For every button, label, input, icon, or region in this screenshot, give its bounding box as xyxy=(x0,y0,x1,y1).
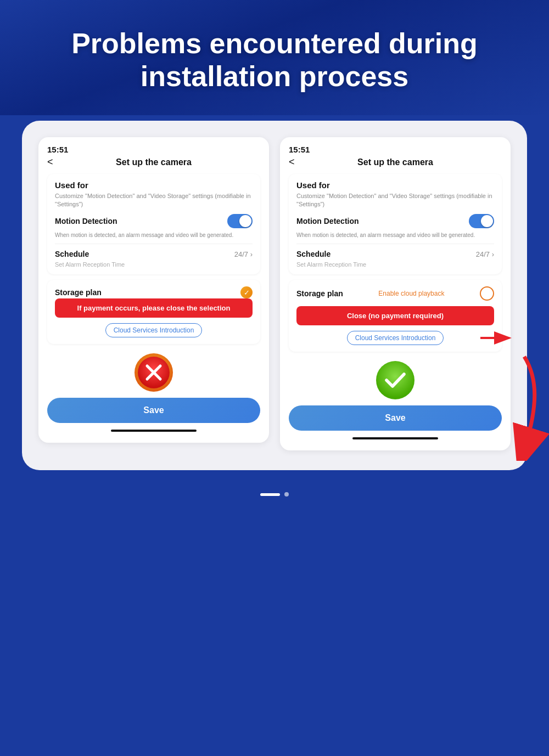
right-circle-button[interactable] xyxy=(480,286,494,301)
right-storage-cloud-row: Storage plan Enable cloud playback xyxy=(296,286,494,301)
left-payment-banner: If payment occurs, please close the sele… xyxy=(55,298,253,318)
left-schedule-row[interactable]: Schedule 24/7 › xyxy=(55,244,253,259)
right-motion-toggle-row: Motion Detection xyxy=(296,214,494,228)
left-motion-toggle-row: Motion Detection xyxy=(55,214,253,228)
right-motion-label: Motion Detection xyxy=(296,217,359,225)
phones-row: 15:51 < Set up the camera Used for Custo… xyxy=(37,137,512,451)
right-payment-banner: Close (no payment required) xyxy=(296,306,494,325)
pagination xyxy=(260,492,289,507)
left-storage-label: Storage plan xyxy=(55,288,102,297)
content-card: 15:51 < Set up the camera Used for Custo… xyxy=(22,121,527,471)
left-phone-screen: 15:51 < Set up the camera Used for Custo… xyxy=(38,137,269,443)
right-schedule-value: 24/7 › xyxy=(476,250,494,258)
left-home-indicator xyxy=(111,430,196,432)
right-enable-cloud-text: Enable cloud playback xyxy=(378,290,444,297)
left-storage-row: Storage plan ✓ xyxy=(55,286,253,298)
arrow-right-annotation xyxy=(478,328,516,350)
right-nav-title: Set up the camera xyxy=(357,157,433,167)
left-nav-bar: < Set up the camera xyxy=(47,157,260,167)
left-motion-toggle[interactable] xyxy=(227,214,253,228)
left-alarm-time-label: Set Alarm Reception Time xyxy=(55,261,253,268)
right-used-for-subtitle: Customize "Motion Detection" and "Video … xyxy=(296,192,494,209)
svg-point-6 xyxy=(376,361,414,399)
right-phone-wrapper: 15:51 < Set up the camera Used for Custo… xyxy=(280,137,511,451)
pagination-inactive-dot xyxy=(284,492,289,497)
left-used-for-subtitle: Customize "Motion Detection" and "Video … xyxy=(55,192,253,209)
left-phone: 15:51 < Set up the camera Used for Custo… xyxy=(38,137,269,451)
left-status-bar: 15:51 xyxy=(47,145,260,154)
page-title: Problems encountered during installation… xyxy=(33,27,516,93)
left-used-for-card: Used for Customize "Motion Detection" an… xyxy=(47,174,260,275)
right-used-for-card: Used for Customize "Motion Detection" an… xyxy=(289,174,502,275)
right-schedule-label: Schedule xyxy=(296,250,330,258)
right-alarm-time-label: Set Alarm Reception Time xyxy=(296,261,494,268)
left-motion-label: Motion Detection xyxy=(55,217,117,225)
left-used-for-title: Used for xyxy=(55,180,253,190)
right-home-indicator xyxy=(352,437,438,439)
right-toggle-knob xyxy=(481,215,493,227)
left-motion-desc: When motion is detected, an alarm messag… xyxy=(55,232,253,239)
right-check-icon xyxy=(376,360,415,400)
right-storage-card: Storage plan Enable cloud playback xyxy=(289,280,502,352)
left-schedule-label: Schedule xyxy=(55,250,89,258)
left-nav-title: Set up the camera xyxy=(116,157,192,167)
right-icon-section xyxy=(289,360,502,400)
left-back-arrow[interactable]: < xyxy=(47,156,53,168)
pagination-active-dot xyxy=(260,493,280,496)
right-used-for-title: Used for xyxy=(296,180,494,190)
right-status-bar: 15:51 xyxy=(289,145,502,154)
hero-section: Problems encountered during installation… xyxy=(0,0,549,115)
left-storage-checkmark: ✓ xyxy=(240,286,253,298)
right-storage-label: Storage plan xyxy=(296,289,343,298)
left-icon-section xyxy=(47,353,260,392)
left-toggle-knob xyxy=(239,215,251,227)
right-nav-bar: < Set up the camera xyxy=(289,157,502,167)
right-back-arrow[interactable]: < xyxy=(289,156,295,168)
left-save-button[interactable]: Save xyxy=(47,398,260,423)
right-schedule-row[interactable]: Schedule 24/7 › xyxy=(296,244,494,259)
right-motion-desc: When motion is detected, an alarm messag… xyxy=(296,232,494,239)
right-motion-toggle[interactable] xyxy=(469,214,494,228)
right-phone-screen: 15:51 < Set up the camera Used for Custo… xyxy=(280,137,511,451)
left-storage-card: Storage plan ✓ If payment occurs, please… xyxy=(47,280,260,344)
left-x-icon xyxy=(134,353,173,392)
left-cloud-intro-btn[interactable]: Cloud Services Introduction xyxy=(105,323,203,337)
right-save-button[interactable]: Save xyxy=(289,405,502,431)
right-cloud-intro-btn[interactable]: Cloud Services Introduction xyxy=(347,331,444,345)
left-schedule-value: 24/7 › xyxy=(234,250,253,258)
